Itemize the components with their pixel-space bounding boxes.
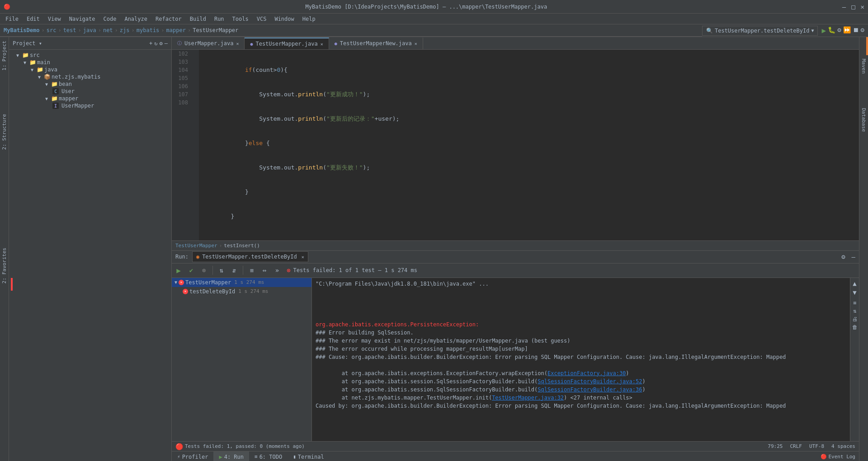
test-tree-item-suite[interactable]: ▼ ✕ TestUserMapper 1 s 274 ms (172, 278, 311, 287)
status-indent[interactable]: 4 spaces (831, 443, 855, 449)
tree-item-mapper[interactable]: ▼ 📁 mapper (9, 95, 171, 102)
breadcrumb-net[interactable]: net (103, 27, 113, 33)
profile-button[interactable]: ⏩ (843, 26, 851, 35)
menu-window[interactable]: Window (271, 15, 297, 23)
tab-todo[interactable]: ≡ 6: TODO (249, 452, 288, 461)
tab-run[interactable]: ▶ 4: Run (213, 452, 249, 461)
breadcrumb-test[interactable]: test (63, 27, 76, 33)
stop-button[interactable]: ⏹ (853, 26, 859, 35)
tab-close-testusermapper[interactable]: ✕ (321, 42, 323, 47)
run-play-icon[interactable]: ▶ (174, 265, 184, 275)
tab-usermapper[interactable]: ⓘ UserMapper.java ✕ (172, 38, 245, 49)
tree-item-usermapper[interactable]: I UserMapper (9, 102, 171, 109)
run-tab-label[interactable]: ◉ TestUserMapper.testDeleteById ✕ (192, 251, 308, 262)
run-sort-icon[interactable]: ⇅ (217, 265, 226, 275)
tab-project[interactable]: 1: Project (0, 37, 8, 74)
coverage-button[interactable]: ⚙ (837, 26, 841, 35)
status-encoding[interactable]: CRLF (790, 443, 802, 449)
tree-label-src: src (30, 52, 40, 58)
tree-label-java: java (44, 66, 57, 73)
menu-bar: File Edit View Navigate Code Analyze Ref… (0, 14, 868, 24)
add-icon[interactable]: + (149, 40, 152, 47)
run-more-icon[interactable]: » (272, 265, 282, 275)
run-sort2-icon[interactable]: ⇵ (229, 265, 239, 275)
tab-database[interactable]: Database (860, 104, 868, 136)
run-stop-icon[interactable]: ⊗ (199, 265, 209, 275)
status-charset[interactable]: UTF-8 (809, 443, 824, 449)
breadcrumb-sep7: › (161, 27, 164, 33)
breadcrumb-sep3: › (78, 27, 81, 33)
run-scroll-btns: ▲ ▼ ≡ ⇅ 🖨 🗑 (850, 278, 859, 442)
run-align-icon[interactable]: ≡ (247, 265, 257, 275)
tab-terminal[interactable]: ▮ Terminal (288, 452, 329, 461)
tree-label-package: net.zjs.mybatis (52, 74, 100, 80)
menu-code[interactable]: Code (100, 15, 120, 23)
code-content[interactable]: if(count>0){ System.out.println("更新成功！")… (199, 50, 859, 240)
tab-structure[interactable]: 2: Structure (0, 110, 8, 153)
code-editor: 102 103 104 105 106 107 108 if(count>0){ (172, 50, 859, 240)
debug-button[interactable]: 🐛 (828, 26, 835, 35)
tab-profiler[interactable]: ⚡ Profiler (172, 452, 213, 461)
menu-tools[interactable]: Tools (229, 15, 252, 23)
menu-refactor[interactable]: Refactor (152, 15, 185, 23)
maximize-button[interactable]: □ (851, 3, 855, 10)
tab-close-testusermappernew[interactable]: ✕ (415, 41, 417, 46)
run-output[interactable]: "C:\Program Files\Java\jdk1.8.0_181\bin\… (312, 278, 850, 442)
tree-item-bean[interactable]: ▼ 📁 bean (9, 80, 171, 88)
close-button[interactable]: ✕ (861, 3, 864, 10)
editor-breadcrumb: TestUserMapper › testInsert() (172, 240, 859, 250)
package-icon: 📦 (43, 74, 51, 80)
menu-vcs[interactable]: VCS (253, 15, 270, 23)
breadcrumb-zjs[interactable]: zjs (120, 27, 130, 33)
breadcrumb-src[interactable]: src (47, 27, 57, 33)
breadcrumb-java[interactable]: java (83, 27, 96, 33)
failed-msg: Tests failed: 1 of 1 test – 1 s 274 ms (293, 267, 417, 273)
trash-icon[interactable]: 🗑 (852, 324, 858, 330)
settings-gear-icon[interactable]: ⚙ (160, 40, 163, 47)
tree-item-java[interactable]: ▼ 📁 java (9, 66, 171, 73)
tab-testusermappernew[interactable]: ● TestUserMapperNew.java ✕ (329, 38, 423, 49)
test-tree-item-method[interactable]: ✕ testDeleteById 1 s 274 ms (172, 287, 311, 296)
scroll-sort-icon[interactable]: ⇅ (853, 308, 856, 314)
menu-help[interactable]: Help (299, 15, 319, 23)
minimize-panel-icon[interactable]: – (165, 40, 168, 47)
minimize-button[interactable]: – (842, 3, 846, 10)
settings-icon[interactable]: ⚙ (861, 26, 864, 35)
event-log-label[interactable]: 🔴 Event Log (821, 454, 855, 460)
output-spacer-1 (316, 288, 846, 296)
scroll-top-icon[interactable]: ≡ (853, 300, 856, 306)
tab-close-usermapper[interactable]: ✕ (236, 41, 239, 46)
scroll-up-icon[interactable]: ▲ (853, 280, 856, 287)
tab-testusermapper[interactable]: ● TestUserMapper.java ✕ (245, 38, 329, 49)
menu-navigate[interactable]: Navigate (66, 15, 99, 23)
tab-icon-testusermapper: ● (250, 42, 253, 47)
tab-maven[interactable]: Maven (860, 55, 868, 77)
menu-view[interactable]: View (44, 15, 65, 23)
breadcrumb-mybatis[interactable]: mybatis (137, 27, 160, 33)
breadcrumb-editor-file: TestUserMapper (175, 243, 217, 249)
tab-favorites[interactable]: 2: Favorites (0, 244, 8, 287)
menu-run[interactable]: Run (211, 15, 228, 23)
menu-build[interactable]: Build (186, 15, 210, 23)
status-line-col[interactable]: 79:25 (768, 443, 783, 449)
menu-analyze[interactable]: Analyze (121, 15, 151, 23)
tree-item-package[interactable]: ▼ 📦 net.zjs.mybatis (9, 73, 171, 80)
play-button[interactable]: ▶ (821, 26, 826, 35)
run-expand-icon[interactable]: ⇔ (259, 265, 269, 275)
menu-edit[interactable]: Edit (23, 15, 43, 23)
menu-file[interactable]: File (2, 15, 22, 23)
breadcrumb-mapper[interactable]: mapper (166, 27, 186, 33)
scroll-down-icon[interactable]: ▼ (853, 289, 856, 296)
run-panel-minimize-icon[interactable]: – (852, 253, 855, 260)
print-icon[interactable]: 🖨 (852, 316, 858, 322)
run-panel-settings-icon[interactable]: ⚙ (841, 253, 845, 260)
tree-item-user[interactable]: C User (9, 88, 171, 95)
folder-icon-mapper: 📁 (51, 95, 58, 102)
run-tab-close-icon[interactable]: ✕ (302, 254, 304, 259)
run-selector[interactable]: 🔍 TestUserMapper.testDeleteById ▼ (702, 26, 818, 36)
tree-item-src[interactable]: ▼ 📁 src (9, 52, 171, 59)
run-check-icon[interactable]: ✔ (186, 265, 196, 275)
event-error-badge: 🔴 (821, 454, 827, 460)
tree-item-main[interactable]: ▼ 📁 main (9, 59, 171, 66)
sync-icon[interactable]: ↻ (154, 40, 157, 47)
